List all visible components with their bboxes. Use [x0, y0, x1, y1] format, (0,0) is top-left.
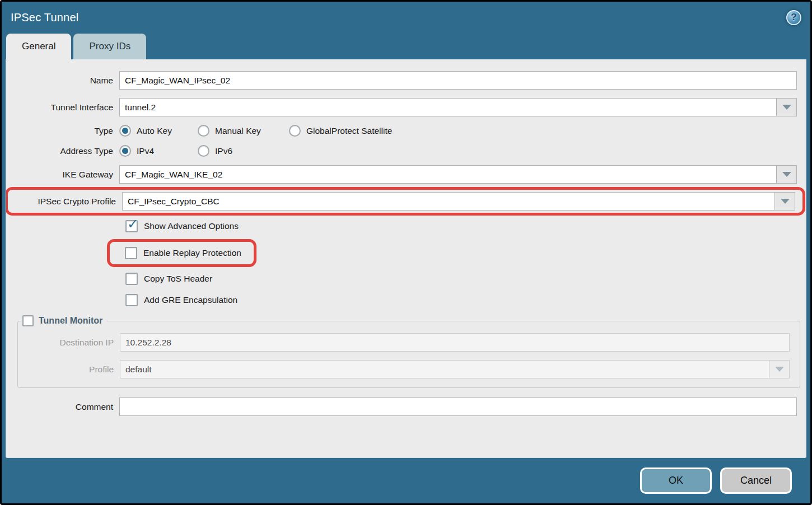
profile-label: Profile	[18, 364, 120, 375]
chevron-down-icon	[782, 105, 791, 110]
type-radio-auto-key[interactable]: Auto Key	[119, 125, 198, 137]
radio-selected-icon	[119, 145, 131, 157]
dialog-titlebar: IPSec Tunnel ?	[2, 2, 810, 33]
name-row: Name	[6, 71, 797, 90]
ike-gateway-input[interactable]	[119, 165, 797, 184]
name-input[interactable]	[119, 71, 797, 90]
destination-ip-input	[120, 333, 790, 352]
show-advanced-options-row[interactable]: ✓ Show Advanced Options	[125, 220, 806, 232]
add-gre-encapsulation-checkbox[interactable]	[125, 294, 138, 306]
address-type-row: Address Type IPv4 IPv6	[6, 145, 797, 157]
profile-input	[120, 360, 790, 378]
ipsec-crypto-profile-dropdown-button[interactable]	[774, 193, 795, 210]
show-advanced-options-checkbox[interactable]: ✓	[125, 220, 138, 232]
tunnel-interface-dropdown-button[interactable]	[776, 99, 796, 116]
highlight-enable-replay-protection: Enable Replay Protection	[107, 239, 256, 267]
help-icon[interactable]: ?	[786, 10, 801, 25]
destination-ip-row: Destination IP	[18, 333, 790, 352]
chevron-down-icon	[781, 199, 790, 204]
general-tab-panel: Name Tunnel Interface Type Auto Key	[6, 59, 806, 458]
comment-input[interactable]	[119, 398, 797, 416]
ike-gateway-label: IKE Gateway	[6, 170, 119, 180]
cancel-button[interactable]: Cancel	[720, 467, 792, 494]
type-row: Type Auto Key Manual Key GlobalProtect S…	[6, 125, 797, 137]
copy-tos-header-checkbox[interactable]	[125, 273, 138, 285]
ipsec-tunnel-dialog: IPSec Tunnel ? General Proxy IDs Name Tu…	[0, 0, 812, 505]
tunnel-monitor-checkbox[interactable]	[22, 315, 34, 326]
destination-ip-label: Destination IP	[18, 338, 120, 348]
tab-proxy-ids[interactable]: Proxy IDs	[73, 34, 146, 59]
check-icon: ✓	[127, 217, 138, 231]
ike-gateway-dropdown-button[interactable]	[776, 166, 796, 183]
enable-replay-protection-checkbox[interactable]	[125, 247, 137, 259]
ike-gateway-row: IKE Gateway	[6, 165, 797, 184]
ipsec-crypto-profile-input[interactable]	[122, 192, 795, 211]
add-gre-encapsulation-row[interactable]: Add GRE Encapsulation	[125, 294, 806, 306]
address-type-label: Address Type	[6, 146, 119, 156]
dialog-footer: OK Cancel	[2, 458, 810, 503]
address-type-radio-ipv4[interactable]: IPv4	[119, 145, 198, 157]
tunnel-monitor-toggle[interactable]: Tunnel Monitor	[22, 315, 102, 326]
tunnel-interface-input[interactable]	[119, 98, 797, 116]
radio-icon	[289, 125, 301, 137]
comment-row: Comment	[6, 398, 797, 416]
copy-tos-header-row[interactable]: Copy ToS Header	[125, 273, 806, 285]
type-radio-manual-key[interactable]: Manual Key	[198, 125, 289, 137]
comment-label: Comment	[6, 402, 119, 412]
chevron-down-icon	[775, 367, 784, 372]
type-label: Type	[6, 126, 119, 136]
radio-icon	[198, 145, 209, 157]
tunnel-interface-row: Tunnel Interface	[6, 98, 797, 116]
highlight-ipsec-crypto-profile: IPSec Crypto Profile	[6, 187, 805, 216]
address-type-radio-ipv6[interactable]: IPv6	[198, 145, 232, 157]
tunnel-interface-label: Tunnel Interface	[6, 102, 119, 113]
ipsec-crypto-profile-row: IPSec Crypto Profile	[11, 192, 795, 211]
tunnel-monitor-section: Tunnel Monitor Destination IP Profile	[17, 315, 800, 388]
ok-button[interactable]: OK	[640, 467, 712, 494]
tunnel-monitor-label: Tunnel Monitor	[34, 316, 102, 326]
name-label: Name	[6, 76, 119, 86]
tab-general[interactable]: General	[6, 34, 71, 59]
dialog-title: IPSec Tunnel	[11, 11, 78, 24]
ipsec-crypto-profile-label: IPSec Crypto Profile	[11, 197, 122, 207]
type-radio-globalprotect-satellite[interactable]: GlobalProtect Satellite	[289, 125, 392, 137]
radio-selected-icon	[119, 125, 131, 137]
profile-dropdown-button	[769, 361, 789, 378]
chevron-down-icon	[782, 172, 791, 177]
radio-icon	[198, 125, 209, 137]
profile-row: Profile	[18, 360, 790, 378]
tab-bar: General Proxy IDs	[2, 33, 810, 59]
